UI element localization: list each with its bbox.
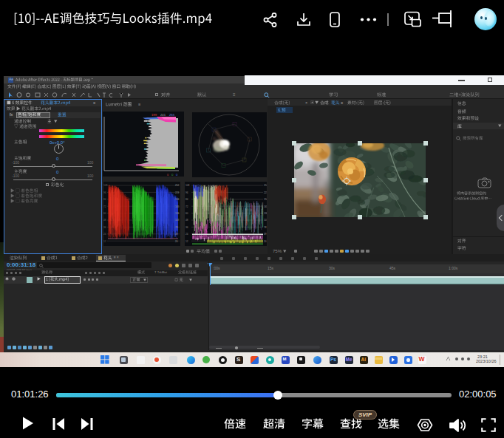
svg-text:136: 136: [264, 212, 267, 215]
svg-text:49: 49: [175, 233, 178, 236]
svg-text:60: 60: [185, 212, 188, 215]
svg-text:48: 48: [103, 219, 106, 222]
svg-text:252: 252: [175, 184, 180, 187]
svg-text:194: 194: [264, 198, 267, 201]
svg-text:255: 255: [169, 113, 175, 117]
svg-text:36: 36: [103, 226, 106, 229]
svg-text:165: 165: [175, 205, 180, 208]
svg-text:12: 12: [103, 240, 106, 243]
svg-text:165: 165: [264, 205, 267, 208]
svg-text:48: 48: [185, 219, 188, 222]
svg-text:36: 36: [185, 226, 188, 229]
svg-text:60: 60: [103, 212, 106, 215]
svg-text:84: 84: [103, 198, 106, 201]
svg-text:24: 24: [103, 233, 106, 236]
svg-text:96: 96: [103, 191, 106, 194]
svg-text:199: 199: [151, 113, 157, 117]
svg-text:20: 20: [264, 240, 267, 243]
svg-text:24: 24: [185, 233, 188, 236]
svg-text:20: 20: [175, 240, 178, 243]
svg-text:0: 0: [176, 173, 178, 177]
svg-text:0: 0: [167, 173, 169, 177]
svg-text:72: 72: [185, 205, 188, 208]
svg-text:78: 78: [175, 226, 178, 229]
svg-text:194: 194: [175, 198, 180, 201]
svg-text:223: 223: [175, 191, 180, 194]
svg-text:72: 72: [103, 205, 106, 208]
svg-text:84: 84: [185, 198, 188, 201]
svg-text:223: 223: [264, 191, 267, 194]
svg-text:107: 107: [264, 219, 267, 222]
svg-text:241: 241: [160, 113, 166, 117]
svg-text:108: 108: [103, 184, 108, 187]
svg-text:136: 136: [175, 212, 180, 215]
svg-text:78: 78: [264, 226, 267, 229]
svg-text:12: 12: [185, 240, 188, 243]
svg-text:96: 96: [185, 191, 188, 194]
svg-text:0: 0: [171, 173, 174, 177]
svg-text:49: 49: [264, 233, 267, 236]
svg-text:108: 108: [185, 184, 190, 187]
svg-text:252: 252: [264, 184, 267, 187]
svg-text:107: 107: [175, 219, 180, 222]
